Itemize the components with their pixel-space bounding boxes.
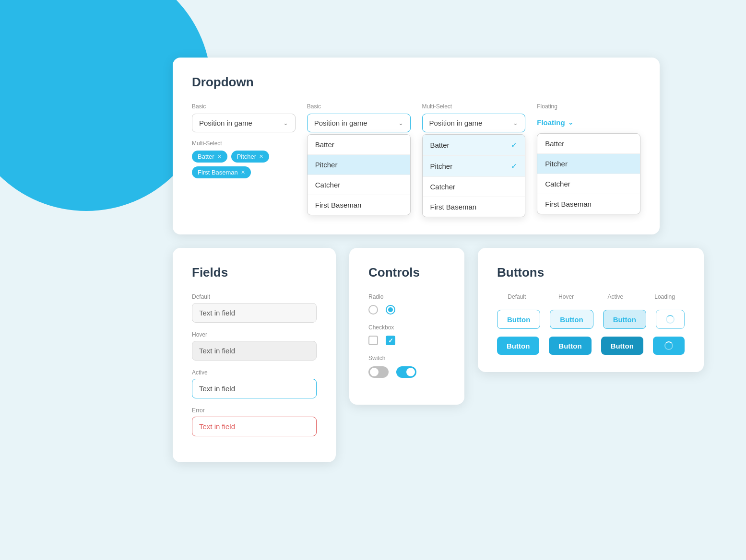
field-section-default: Default	[192, 293, 317, 323]
dropdown-col-2: Basic Position in game ⌄ Batter Pitcher	[307, 103, 411, 215]
col3-item-batter[interactable]: Batter ✓	[423, 135, 525, 155]
col2-item-first-baseman-label: First Baseman	[315, 201, 362, 209]
btn-filled-default[interactable]: Button	[497, 337, 539, 355]
col2-item-pitcher[interactable]: Pitcher	[308, 155, 410, 175]
radio-unchecked[interactable]	[368, 305, 378, 315]
field-label-active: Active	[192, 369, 317, 376]
col2-item-batter[interactable]: Batter	[308, 135, 410, 154]
col3-item-catcher[interactable]: Catcher	[423, 177, 525, 197]
col3-dropdown-trigger[interactable]: Position in game ⌄	[422, 114, 526, 132]
field-input-hover[interactable]	[192, 341, 317, 361]
col2-dropdown-list: Batter Pitcher Catcher First Baseman	[307, 134, 411, 215]
buttons-card-title: Buttons	[497, 265, 685, 280]
col2-chevron-icon: ⌄	[398, 119, 403, 127]
col2-dropdown-trigger[interactable]: Position in game ⌄	[307, 114, 411, 132]
col2-item-batter-label: Batter	[315, 140, 334, 149]
btn-outlined-hover[interactable]: Button	[550, 310, 593, 329]
col1-trigger-text: Position in game	[199, 119, 252, 127]
col3-item-first-baseman-label: First Baseman	[430, 203, 477, 211]
switch-label: Switch	[368, 355, 445, 362]
col2-label: Basic	[307, 103, 411, 110]
btn-filled-hover[interactable]: Button	[549, 337, 591, 355]
col3-chevron-icon: ⌄	[513, 119, 518, 127]
checkbox-row: ✓	[368, 336, 445, 345]
btn-outlined-loading[interactable]	[656, 310, 685, 329]
col4-chevron-icon: ⌄	[568, 119, 573, 126]
col4-trigger-text: Floating	[537, 118, 565, 127]
btn-outlined-active[interactable]: Button	[603, 310, 646, 329]
radio-row	[368, 305, 445, 315]
field-input-active[interactable]	[192, 379, 317, 398]
col3-trigger-text: Position in game	[429, 119, 483, 127]
radio-inner-dot	[388, 307, 393, 312]
dropdown-col-4: Floating Floating ⌄ Batter Pitcher	[537, 103, 640, 214]
switch-on-knob	[406, 368, 415, 376]
switch-on[interactable]	[396, 366, 416, 378]
tag-pitcher-remove[interactable]: ✕	[259, 153, 263, 160]
col1-multiselect-label: Multi-Select	[192, 140, 296, 147]
btn-col-label-default: Default	[497, 293, 537, 300]
btn-filled-loading[interactable]	[653, 337, 685, 355]
field-section-active: Active	[192, 369, 317, 398]
tag-batter-remove[interactable]: ✕	[217, 153, 222, 160]
dropdown-card: Dropdown Basic Position in game ⌄ Multi-…	[173, 58, 660, 234]
col2-item-catcher-label: Catcher	[315, 181, 341, 189]
dropdown-columns: Basic Position in game ⌄ Multi-Select Ba…	[192, 103, 640, 217]
col3-item-pitcher[interactable]: Pitcher ✓	[423, 156, 525, 176]
col4-item-catcher-label: Catcher	[545, 180, 570, 188]
field-label-hover: Hover	[192, 331, 317, 338]
spinner-outlined	[666, 315, 675, 324]
col4-label: Floating	[537, 103, 640, 110]
tag-first-baseman[interactable]: First Baseman ✕	[192, 166, 251, 178]
control-section-checkbox: Checkbox ✓	[368, 324, 445, 345]
col4-dropdown-list: Batter Pitcher Catcher First Baseman	[537, 133, 640, 214]
radio-checked[interactable]	[386, 305, 395, 315]
btn-col-label-hover: Hover	[546, 293, 586, 300]
col2-item-catcher[interactable]: Catcher	[308, 175, 410, 195]
dropdown-col-3: Multi-Select Position in game ⌄ Batter ✓	[422, 103, 526, 217]
col4-item-batter[interactable]: Batter	[537, 134, 640, 153]
tag-first-baseman-label: First Baseman	[198, 169, 238, 176]
control-section-switch: Switch	[368, 355, 445, 378]
tag-pitcher-label: Pitcher	[237, 153, 256, 160]
col2-item-pitcher-label: Pitcher	[315, 161, 338, 169]
tag-first-baseman-remove[interactable]: ✕	[241, 169, 245, 175]
switch-off[interactable]	[368, 366, 389, 378]
checkbox-unchecked[interactable]	[368, 336, 378, 345]
col3-open-wrapper: Position in game ⌄ Batter ✓ Pitcher ✓	[422, 114, 526, 217]
checkbox-checked[interactable]: ✓	[386, 336, 395, 345]
btn-col-label-active: Active	[595, 293, 635, 300]
col3-check-pitcher: ✓	[511, 162, 517, 171]
field-input-error[interactable]	[192, 417, 317, 436]
col1-tags-area: Batter ✕ Pitcher ✕ First Baseman ✕	[192, 151, 296, 178]
tag-pitcher[interactable]: Pitcher ✕	[231, 151, 269, 163]
controls-card-title: Controls	[368, 265, 445, 280]
btn-filled-active[interactable]: Button	[601, 337, 643, 355]
switch-off-knob	[370, 368, 379, 376]
tag-batter-label: Batter	[198, 153, 214, 160]
col2-item-first-baseman[interactable]: First Baseman	[308, 195, 410, 215]
col4-item-first-baseman[interactable]: First Baseman	[537, 194, 640, 214]
fields-card: Fields Default Hover Active Error	[173, 248, 336, 462]
col3-item-pitcher-label: Pitcher	[430, 162, 453, 170]
btn-outlined-default[interactable]: Button	[497, 310, 540, 329]
col3-dropdown-list: Batter ✓ Pitcher ✓ Catcher	[422, 134, 526, 217]
switch-row	[368, 366, 445, 378]
field-input-default[interactable]	[192, 303, 317, 323]
col4-item-pitcher[interactable]: Pitcher	[537, 154, 640, 174]
checkbox-label: Checkbox	[368, 324, 445, 331]
col3-item-catcher-label: Catcher	[430, 183, 456, 191]
col3-item-first-baseman[interactable]: First Baseman	[423, 197, 525, 217]
spinner-filled	[664, 341, 673, 350]
col3-label: Multi-Select	[422, 103, 526, 110]
col4-floating-trigger[interactable]: Floating ⌄	[537, 114, 640, 131]
col4-open-wrapper: Floating ⌄ Batter Pitcher Catcher	[537, 114, 640, 214]
col2-open-wrapper: Position in game ⌄ Batter Pitcher	[307, 114, 411, 215]
field-section-error: Error	[192, 407, 317, 436]
controls-card: Controls Radio Checkbox ✓	[349, 248, 464, 405]
tag-batter[interactable]: Batter ✕	[192, 151, 227, 163]
col4-item-catcher[interactable]: Catcher	[537, 174, 640, 194]
control-section-radio: Radio	[368, 293, 445, 315]
col1-label: Basic	[192, 103, 296, 110]
col1-dropdown-trigger[interactable]: Position in game ⌄	[192, 114, 296, 132]
